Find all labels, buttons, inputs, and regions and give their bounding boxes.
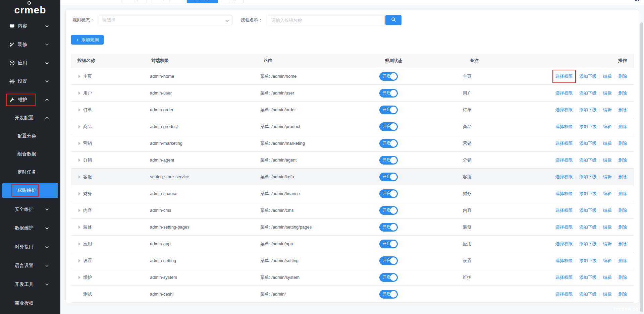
sidebar-item-application[interactable]: 应用 <box>0 54 60 72</box>
button-name-input[interactable] <box>268 15 385 25</box>
action-edit[interactable]: 编辑 <box>603 107 612 113</box>
action-add-child[interactable]: 添加下级 <box>579 107 597 113</box>
action-select-permission[interactable]: 选择权限 <box>555 191 573 197</box>
expand-arrow-icon[interactable] <box>78 276 80 279</box>
expand-arrow-icon[interactable] <box>78 159 80 162</box>
status-toggle[interactable]: 开启 <box>379 122 398 131</box>
action-edit[interactable]: 编辑 <box>603 207 612 213</box>
status-toggle[interactable]: 开启 <box>379 256 398 265</box>
status-toggle[interactable]: 开启 <box>379 189 398 198</box>
action-delete[interactable]: 删除 <box>618 274 627 280</box>
action-select-permission[interactable]: 选择权限 <box>555 291 573 297</box>
action-select-permission[interactable]: 选择权限 <box>555 90 573 96</box>
sidebar-item-settings[interactable]: 设置 <box>0 72 60 90</box>
status-toggle[interactable]: 开启 <box>379 106 398 114</box>
sidebar-item-data-maintenance[interactable]: 数据维护 <box>0 219 60 238</box>
expand-arrow-icon[interactable] <box>78 142 80 145</box>
action-delete[interactable]: 删除 <box>618 174 627 180</box>
expand-arrow-icon[interactable] <box>78 209 80 212</box>
action-add-child[interactable]: 添加下级 <box>579 191 597 197</box>
action-select-permission[interactable]: 选择权限 <box>555 140 573 146</box>
action-edit[interactable]: 编辑 <box>603 124 612 130</box>
action-add-child[interactable]: 添加下级 <box>579 90 597 96</box>
tab-dev-config[interactable]: 开发配置 <box>152 0 186 3</box>
status-toggle[interactable]: 开启 <box>379 72 398 81</box>
expand-arrow-icon[interactable] <box>78 91 80 95</box>
action-select-permission[interactable]: 选择权限 <box>555 124 573 130</box>
expand-arrow-icon[interactable] <box>78 226 80 229</box>
status-toggle[interactable]: 开启 <box>379 240 398 248</box>
action-add-child[interactable]: 添加下级 <box>579 224 597 230</box>
action-add-child[interactable]: 添加下级 <box>579 140 597 146</box>
action-select-permission[interactable]: 选择权限 <box>555 224 573 230</box>
sidebar-item-scheduled-task[interactable]: 定时任务 <box>0 163 60 181</box>
expand-arrow-icon[interactable] <box>78 192 80 195</box>
expand-arrow-icon[interactable] <box>78 259 80 262</box>
action-delete[interactable]: 删除 <box>618 157 627 163</box>
status-toggle[interactable]: 开启 <box>379 206 398 215</box>
action-delete[interactable]: 删除 <box>618 224 627 230</box>
action-select-permission[interactable]: 选择权限 <box>555 274 573 280</box>
action-add-child[interactable]: 添加下级 <box>579 291 597 297</box>
status-toggle[interactable]: 开启 <box>379 156 398 165</box>
action-delete[interactable]: 删除 <box>618 73 627 79</box>
sidebar-item-permission-maintenance[interactable]: 权限维护 <box>2 183 58 198</box>
action-edit[interactable]: 编辑 <box>603 174 612 180</box>
add-rule-button[interactable]: + 添加规则 <box>71 35 104 45</box>
action-add-child[interactable]: 添加下级 <box>579 258 597 264</box>
rule-status-select[interactable]: 请选择 <box>99 15 232 25</box>
action-add-child[interactable]: 添加下级 <box>579 241 597 247</box>
action-edit[interactable]: 编辑 <box>603 258 612 264</box>
status-toggle[interactable]: 开启 <box>379 290 398 299</box>
action-select-permission[interactable]: 选择权限 <box>555 73 573 79</box>
action-edit[interactable]: 编辑 <box>603 291 612 297</box>
action-delete[interactable]: 删除 <box>618 107 627 113</box>
action-edit[interactable]: 编辑 <box>603 90 612 96</box>
action-edit[interactable]: 编辑 <box>603 140 612 146</box>
sidebar-item-dev-tools[interactable]: 开发工具 <box>0 275 60 294</box>
action-select-permission[interactable]: 选择权限 <box>555 107 573 113</box>
sidebar-item-content[interactable]: 内容 <box>0 17 60 35</box>
sidebar-item-security-maintenance[interactable]: 安全维护 <box>0 200 60 219</box>
action-edit[interactable]: 编辑 <box>603 157 612 163</box>
status-toggle[interactable]: 开启 <box>379 223 398 232</box>
sidebar-item-config-category[interactable]: 配置分类 <box>0 127 60 145</box>
scrollbar-thumb[interactable] <box>640 22 643 312</box>
action-delete[interactable]: 删除 <box>618 291 627 297</box>
action-add-child[interactable]: 添加下级 <box>579 174 597 180</box>
action-select-permission[interactable]: 选择权限 <box>555 207 573 213</box>
sidebar-item-decoration[interactable]: 装修 <box>0 35 60 54</box>
action-add-child[interactable]: 添加下级 <box>579 157 597 163</box>
action-delete[interactable]: 删除 <box>618 140 627 146</box>
status-toggle[interactable]: 开启 <box>379 173 398 181</box>
action-edit[interactable]: 编辑 <box>603 274 612 280</box>
status-toggle[interactable]: 开启 <box>379 89 398 98</box>
sidebar-item-dev-config[interactable]: 开发配置 <box>0 109 60 127</box>
sidebar-item-language-settings[interactable]: 语言设置 <box>0 256 60 275</box>
action-delete[interactable]: 删除 <box>618 124 627 130</box>
expand-arrow-icon[interactable] <box>78 175 80 179</box>
action-delete[interactable]: 删除 <box>618 191 627 197</box>
action-edit[interactable]: 编辑 <box>603 241 612 247</box>
action-delete[interactable]: 删除 <box>618 207 627 213</box>
action-delete[interactable]: 删除 <box>618 241 627 247</box>
tab-permission-maintenance[interactable]: 权限维护 <box>187 0 218 3</box>
action-add-child[interactable]: 添加下级 <box>579 124 597 130</box>
action-select-permission[interactable]: 选择权限 <box>555 258 573 264</box>
sidebar-item-commercial-license[interactable]: 商业授权 <box>0 294 60 313</box>
sidebar-item-combined-data[interactable]: 组合数据 <box>0 145 60 163</box>
action-select-permission[interactable]: 选择权限 <box>555 157 573 163</box>
action-select-permission[interactable]: 选择权限 <box>555 174 573 180</box>
sidebar-item-maintenance[interactable]: 维护 <box>0 90 60 109</box>
action-delete[interactable]: 删除 <box>618 90 627 96</box>
tab-test[interactable]: test <box>221 0 244 3</box>
action-add-child[interactable]: 添加下级 <box>579 73 597 79</box>
action-edit[interactable]: 编辑 <box>603 73 612 79</box>
search-button[interactable] <box>385 15 401 25</box>
action-delete[interactable]: 删除 <box>618 258 627 264</box>
status-toggle[interactable]: 开启 <box>379 139 398 148</box>
action-edit[interactable]: 编辑 <box>603 224 612 230</box>
expand-arrow-icon[interactable] <box>78 125 80 128</box>
sidebar-item-external-api[interactable]: 对外接口 <box>0 238 60 256</box>
action-edit[interactable]: 编辑 <box>603 191 612 197</box>
